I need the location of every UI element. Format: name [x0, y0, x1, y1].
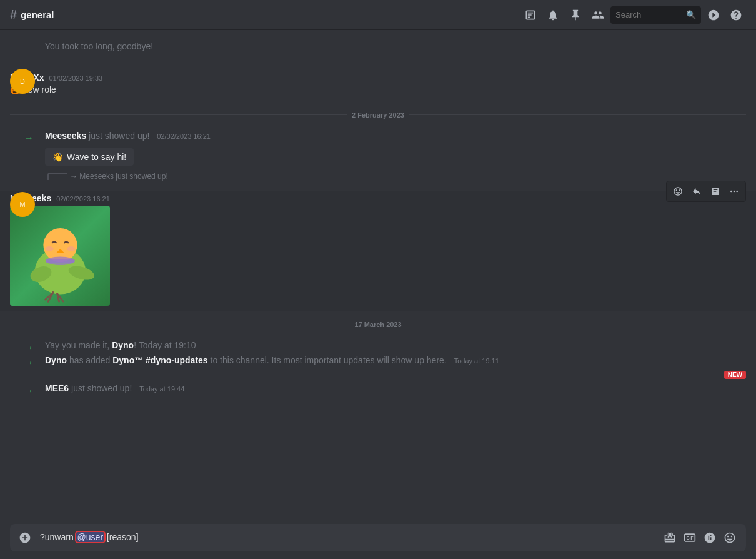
search-bar[interactable]: 🔍 [610, 6, 701, 24]
input-prefix: ?unwarn [40, 532, 76, 542]
dyno-add-system: → Dyno has added Dyno™ #dyno-updates to … [0, 353, 756, 368]
mee6-join-system: → MEE6 just showed up! Today at 19:44 [0, 381, 756, 396]
reply-ref-text: → Meeseeks just showed up! [70, 172, 168, 181]
svg-rect-15 [46, 259, 75, 263]
wave-button-label: Wave to say hi! [67, 152, 126, 162]
truncated-text: You took too long, goodbye! [45, 41, 153, 56]
svg-point-17 [67, 246, 76, 251]
channel-hash-icon: # [10, 8, 17, 22]
svg-point-18 [730, 191, 732, 193]
dyno-add-author: Dyno [45, 355, 67, 365]
truncated-message: You took too long, goodbye! [0, 40, 756, 58]
header-left: # general [10, 8, 515, 22]
input-suffix: [reason] [104, 532, 138, 542]
create-thread-button[interactable] [707, 183, 724, 200]
wave-button[interactable]: 👋 Wave to say hi! [45, 148, 134, 166]
mee6-username[interactable]: MEE6 [45, 383, 69, 393]
bird-sticker [10, 206, 110, 306]
sticker-button[interactable] [701, 529, 719, 546]
search-icon: 🔍 [686, 10, 696, 19]
svg-text:M: M [20, 201, 26, 208]
at-user-mention[interactable]: @user [76, 532, 104, 542]
meeseeks-message-content: Meeseeks 02/02/2023 16:21 [10, 193, 746, 306]
input-area: ?unwarn @user [reason] GIF [0, 516, 756, 559]
date-divider-feb: 2 February 2023 [10, 111, 746, 119]
channel-header: # general 🔍 [0, 0, 756, 30]
paul-message-group: D Paul_Xx 01/02/2023 19:33 🎃 new role [0, 68, 756, 101]
channel-threads-button[interactable] [520, 5, 540, 25]
paul-text: 🎃 new role [10, 84, 746, 96]
meeseeks-avatar: M [10, 192, 35, 217]
add-attachment-button[interactable] [15, 528, 35, 548]
header-icons: 🔍 [520, 5, 746, 25]
date-label-feb: 2 February 2023 [352, 111, 404, 119]
meeseeks-join-system: → Meeseeks just showed up! 02/02/2023 16… [0, 129, 756, 168]
member-list-button[interactable] [588, 5, 608, 25]
emoji-button[interactable] [721, 529, 739, 546]
dyno-join-arrow: → [24, 342, 34, 353]
paul-timestamp: 01/02/2023 19:33 [49, 74, 102, 82]
pinned-messages-button[interactable] [565, 5, 585, 25]
mee6-arrow: → [24, 385, 34, 396]
meeseeks-avatar-message: M Meeseeks 02/02/2023 16:21 [0, 191, 756, 311]
date-divider-mar: 17 March 2023 [10, 321, 746, 328]
notifications-button[interactable] [543, 5, 563, 25]
mee6-join-timestamp: Today at 19:44 [139, 385, 184, 393]
inbox-button[interactable] [704, 5, 724, 25]
svg-point-20 [736, 191, 738, 193]
meeseeks-timestamp: 02/02/2023 16:21 [56, 195, 110, 203]
divider-line-left [10, 114, 347, 115]
reply-reference: → Meeseeks just showed up! [0, 167, 756, 181]
wave-emoji: 👋 [52, 152, 63, 162]
reply-ref-line [47, 173, 67, 180]
input-wrapper: ?unwarn @user [reason] GIF [10, 524, 746, 551]
gift-button[interactable] [661, 529, 679, 546]
dyno-join-text: Yay you made it, Dyno! Today at 19:10 [45, 340, 746, 352]
divider-line-right [409, 114, 746, 115]
paul-message-header: Paul_Xx 01/02/2023 19:33 [10, 73, 746, 83]
reply-button[interactable] [688, 183, 705, 200]
svg-text:D: D [20, 78, 25, 85]
gif-button[interactable]: GIF [681, 529, 699, 546]
date-label-mar: 17 March 2023 [354, 321, 401, 328]
message-input[interactable]: ?unwarn @user [reason] [40, 525, 656, 550]
meeseeks-join-text: Meeseeks just showed up! 02/02/2023 16:2… [45, 130, 746, 166]
paul-message-content: Paul_Xx 01/02/2023 19:33 🎃 new role [10, 73, 746, 96]
add-reaction-button[interactable] [669, 183, 687, 200]
divider-line-mar-left [10, 325, 349, 325]
new-messages-divider: NEW [0, 371, 756, 379]
svg-point-19 [734, 191, 735, 193]
mee6-join-text: MEE6 just showed up! Today at 19:44 [45, 383, 746, 395]
dyno-add-channel: Dyno™ #dyno-updates [112, 355, 207, 365]
dyno-join-system: → Yay you made it, Dyno! Today at 19:10 [0, 338, 756, 353]
system-arrow-icon: → [24, 133, 34, 144]
search-input[interactable] [615, 10, 682, 19]
chat-area: You took too long, goodbye! D Paul_Xx 01… [0, 30, 756, 516]
dyno-add-arrow: → [24, 357, 34, 368]
paul-avatar: D [10, 69, 35, 94]
meeseeks-avatar-section: → Meeseeks just showed up! M Meeseeks 02… [0, 167, 756, 311]
new-badge: NEW [724, 371, 746, 379]
input-actions: GIF [661, 529, 739, 546]
more-options-button[interactable] [725, 183, 743, 200]
svg-text:GIF: GIF [686, 536, 693, 540]
dyno-add-text: Dyno has added Dyno™ #dyno-updates to th… [45, 355, 746, 367]
meeseeks-message-header: Meeseeks 02/02/2023 16:21 [10, 193, 746, 203]
channel-name: general [21, 9, 54, 20]
reply-ref-content: → Meeseeks just showed up! [70, 172, 168, 181]
dyno-username[interactable]: Dyno [112, 340, 134, 350]
help-button[interactable] [726, 5, 746, 25]
hover-actions [666, 181, 746, 202]
svg-point-16 [45, 246, 54, 251]
divider-line-mar-right [407, 325, 746, 325]
meeseeks-username[interactable]: Meeseeks [45, 131, 86, 141]
new-messages-line [10, 375, 719, 375]
dyno-add-timestamp: Today at 19:11 [454, 357, 499, 365]
meeseeks-join-timestamp: 02/02/2023 16:21 [157, 133, 211, 140]
